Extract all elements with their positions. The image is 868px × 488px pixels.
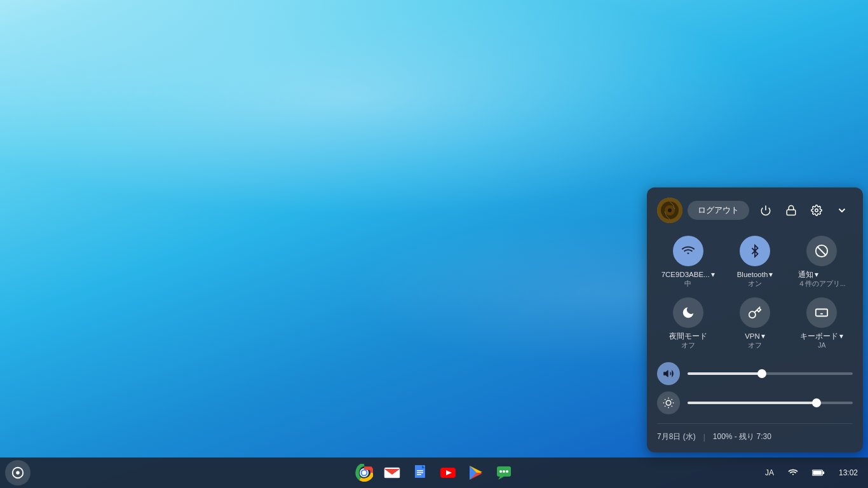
moon-icon — [681, 306, 695, 320]
gear-icon — [811, 205, 822, 216]
volume-thumb[interactable] — [757, 369, 766, 378]
bluetooth-label: Bluetooth▾ オン — [737, 270, 773, 288]
keyboard-icon-circle — [806, 297, 837, 328]
chat-icon — [495, 464, 513, 482]
taskbar-lang[interactable]: JA — [760, 466, 779, 480]
svg-line-26 — [665, 406, 665, 407]
bluetooth-icon-circle — [740, 236, 770, 266]
tray-battery-status: 100% - 残り 7:30 — [713, 431, 771, 442]
wifi-status-icon — [788, 468, 798, 478]
svg-point-3 — [668, 208, 672, 212]
docs-icon — [411, 464, 429, 482]
taskbar-time[interactable]: 13:02 — [834, 466, 863, 480]
taskbar-left — [5, 460, 31, 485]
svg-rect-52 — [813, 471, 822, 475]
keyboard-label: キーボード▾ JA — [800, 332, 843, 349]
launcher-button[interactable] — [5, 460, 31, 485]
svg-marker-18 — [664, 370, 668, 377]
key-icon — [748, 306, 762, 320]
tray-date: 7月8日 (水) — [657, 431, 696, 442]
night-mode-icon-circle — [673, 297, 703, 328]
taskbar-battery[interactable] — [807, 466, 830, 479]
svg-line-23 — [672, 406, 672, 407]
keyboard-icon — [815, 306, 829, 320]
notification-icon — [815, 244, 829, 258]
svg-rect-10 — [816, 309, 827, 316]
svg-point-48 — [506, 470, 508, 473]
wifi-toggle[interactable]: 7CE9D3ABE...▾ 中 — [657, 233, 719, 290]
power-button[interactable] — [754, 199, 777, 222]
settings-button[interactable] — [805, 199, 828, 222]
brightness-thumb[interactable] — [812, 398, 821, 407]
sliders-section — [657, 362, 853, 414]
taskbar-apps — [351, 460, 517, 485]
svg-line-9 — [818, 247, 826, 255]
wifi-icon-circle — [673, 236, 703, 266]
tray-top-bar: ログアウト — [657, 198, 853, 223]
chrome-icon — [355, 464, 373, 482]
svg-line-27 — [672, 399, 672, 400]
battery-icon — [812, 469, 825, 477]
app-play-store[interactable] — [463, 460, 489, 485]
svg-rect-51 — [823, 471, 825, 474]
time-label: 13:02 — [839, 468, 858, 477]
logout-button[interactable]: ログアウト — [688, 201, 749, 220]
lock-button[interactable] — [780, 199, 803, 222]
svg-point-29 — [16, 471, 20, 475]
tray-top-actions — [754, 199, 853, 222]
bluetooth-icon — [749, 244, 761, 258]
system-tray-panel: ログアウト — [647, 187, 863, 452]
notification-label: 通知▾ ４件のアプリ... — [798, 270, 846, 288]
brightness-fill — [688, 402, 817, 404]
chevron-down-icon — [836, 205, 848, 216]
wifi-label: 7CE9D3ABE...▾ 中 — [661, 270, 715, 288]
svg-rect-5 — [787, 210, 796, 215]
app-chrome[interactable] — [351, 460, 377, 485]
vpn-toggle[interactable]: VPN▾ オフ — [724, 295, 785, 352]
app-gmail[interactable] — [379, 460, 405, 485]
collapse-button[interactable] — [831, 199, 853, 222]
desktop: ログアウト — [0, 0, 868, 488]
tray-bottom-bar: 7月8日 (水) | 100% - 残り 7:30 — [657, 423, 853, 442]
volume-track[interactable] — [688, 372, 853, 375]
notification-toggle[interactable]: 通知▾ ４件のアプリ... — [791, 233, 853, 290]
svg-marker-45 — [498, 477, 504, 480]
wifi-icon — [681, 244, 695, 258]
notification-icon-circle — [806, 236, 837, 266]
taskbar-network[interactable] — [783, 465, 803, 480]
keyboard-toggle[interactable]: キーボード▾ JA — [791, 295, 853, 352]
user-avatar[interactable] — [657, 198, 682, 223]
taskbar-right: JA 13:02 — [760, 465, 863, 480]
svg-line-22 — [665, 399, 665, 400]
svg-point-33 — [362, 471, 367, 475]
lock-icon — [785, 205, 797, 216]
speaker-icon — [663, 368, 674, 379]
play-store-icon — [467, 464, 485, 482]
night-mode-toggle[interactable]: 夜間モード オフ — [657, 295, 719, 352]
svg-rect-40 — [417, 472, 423, 473]
brightness-track[interactable] — [688, 402, 853, 404]
svg-point-19 — [666, 400, 671, 405]
svg-rect-37 — [415, 465, 422, 478]
circle-icon — [11, 466, 25, 480]
volume-fill — [688, 372, 762, 375]
taskbar: JA 13:02 — [0, 458, 868, 488]
volume-icon-circle[interactable] — [657, 362, 680, 385]
quick-toggles-grid: 7CE9D3ABE...▾ 中 Bluetooth▾ オン — [657, 233, 853, 352]
vpn-icon-circle — [740, 297, 770, 328]
app-chat[interactable] — [491, 460, 517, 485]
app-youtube[interactable] — [435, 460, 461, 485]
svg-point-47 — [503, 470, 505, 473]
lang-label: JA — [765, 468, 774, 477]
svg-point-46 — [499, 470, 502, 473]
gmail-icon — [383, 464, 401, 482]
brightness-slider-row — [657, 391, 853, 414]
vpn-label: VPN▾ オフ — [745, 332, 765, 349]
svg-point-6 — [815, 209, 818, 212]
app-docs[interactable] — [407, 460, 433, 485]
brightness-icon-circle[interactable] — [657, 391, 680, 414]
bluetooth-toggle[interactable]: Bluetooth▾ オン — [724, 233, 785, 290]
volume-slider-row — [657, 362, 853, 385]
youtube-icon — [439, 464, 457, 482]
sun-icon — [663, 397, 674, 409]
